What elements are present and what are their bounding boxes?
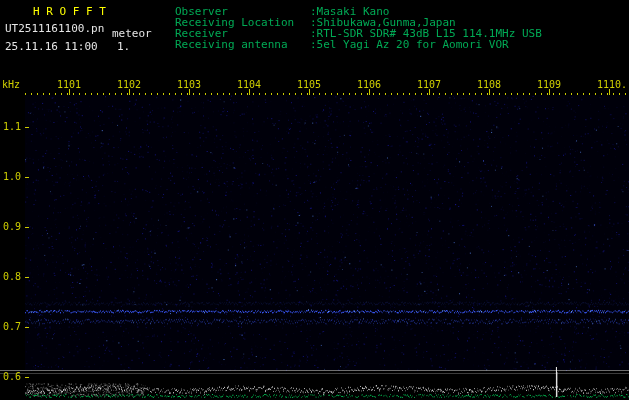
counter-label: 1. [117, 41, 130, 52]
receiving-antenna-label: Receiving antenna [175, 39, 288, 50]
filename-label: UT2511161100.pn [5, 23, 104, 34]
x-tick-label: 1102 [117, 80, 141, 90]
y-tick-label: 0.6 [3, 372, 21, 382]
app-title: H R O F F T [33, 6, 106, 17]
receiving-antenna-value: :5el Yagi Az 20 for Aomori VOR [310, 39, 509, 50]
x-tick-label: 1110. [597, 80, 627, 90]
y-tick-label: 1.1 [3, 122, 21, 132]
x-tick-label: 1105 [297, 80, 321, 90]
x-tick-label: 1109 [537, 80, 561, 90]
y-tick-label: 0.7 [3, 322, 21, 332]
x-tick-label: 1107 [417, 80, 441, 90]
y-axis-unit: kHz [2, 80, 20, 90]
mode-label: meteor [112, 28, 152, 39]
x-tick-label: 1103 [177, 80, 201, 90]
x-tick-label: 1106 [357, 80, 381, 90]
spectrogram-canvas [0, 0, 629, 400]
y-tick-label: 0.9 [3, 222, 21, 232]
y-tick-label: 1.0 [3, 172, 21, 182]
hrofft-screen: H R O F F T UT2511161100.pn meteor 25.11… [0, 0, 629, 400]
x-tick-label: 1101 [57, 80, 81, 90]
y-tick-label: 0.8 [3, 272, 21, 282]
x-tick-label: 1108 [477, 80, 501, 90]
datetime-label: 25.11.16 11:00 [5, 41, 98, 52]
x-tick-label: 1104 [237, 80, 261, 90]
